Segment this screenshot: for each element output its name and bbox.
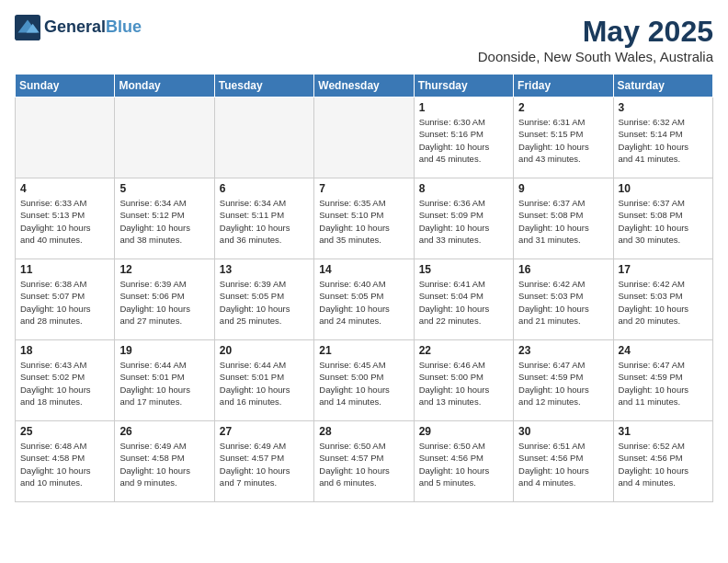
logo-text: GeneralBlue — [44, 18, 142, 37]
header-cell-tuesday: Tuesday — [214, 75, 313, 98]
day-number: 24 — [619, 344, 708, 357]
day-info: Sunrise: 6:47 AMSunset: 4:59 PMDaylight:… — [619, 359, 708, 408]
day-info: Sunrise: 6:49 AMSunset: 4:58 PMDaylight:… — [119, 440, 209, 488]
week-row-3: 11Sunrise: 6:38 AMSunset: 5:07 PMDayligh… — [16, 259, 713, 340]
day-info: Sunrise: 6:39 AMSunset: 5:06 PMDaylight:… — [119, 278, 209, 327]
day-number: 23 — [518, 344, 608, 357]
calendar-cell: 24Sunrise: 6:47 AMSunset: 4:59 PMDayligh… — [613, 340, 712, 421]
day-number: 8 — [419, 182, 508, 195]
calendar-cell: 4Sunrise: 6:33 AMSunset: 5:13 PMDaylight… — [16, 178, 115, 259]
calendar-cell: 7Sunrise: 6:35 AMSunset: 5:10 PMDaylight… — [314, 178, 414, 259]
calendar-cell: 18Sunrise: 6:43 AMSunset: 5:02 PMDayligh… — [16, 340, 115, 421]
calendar-cell: 23Sunrise: 6:47 AMSunset: 4:59 PMDayligh… — [514, 340, 613, 421]
calendar-cell: 21Sunrise: 6:45 AMSunset: 5:00 PMDayligh… — [314, 340, 414, 421]
week-row-5: 25Sunrise: 6:48 AMSunset: 4:58 PMDayligh… — [16, 421, 713, 502]
day-number: 3 — [619, 101, 708, 114]
day-number: 14 — [319, 263, 408, 276]
calendar-table: SundayMondayTuesdayWednesdayThursdayFrid… — [15, 74, 713, 502]
day-number: 12 — [119, 263, 209, 276]
calendar-cell: 29Sunrise: 6:50 AMSunset: 4:56 PMDayligh… — [414, 421, 513, 502]
day-info: Sunrise: 6:44 AMSunset: 5:01 PMDaylight:… — [220, 359, 309, 408]
calendar-cell: 22Sunrise: 6:46 AMSunset: 5:00 PMDayligh… — [414, 340, 513, 421]
calendar-subtitle: Doonside, New South Wales, Australia — [478, 49, 713, 64]
calendar-cell: 10Sunrise: 6:37 AMSunset: 5:08 PMDayligh… — [613, 178, 712, 259]
calendar-title: May 2025 — [478, 15, 713, 49]
header-cell-sunday: Sunday — [16, 75, 115, 98]
calendar-cell — [16, 98, 115, 178]
calendar-cell: 17Sunrise: 6:42 AMSunset: 5:03 PMDayligh… — [613, 259, 712, 340]
day-number: 5 — [119, 182, 209, 195]
day-info: Sunrise: 6:49 AMSunset: 4:57 PMDaylight:… — [220, 440, 309, 488]
week-row-4: 18Sunrise: 6:43 AMSunset: 5:02 PMDayligh… — [16, 340, 713, 421]
day-info: Sunrise: 6:33 AMSunset: 5:13 PMDaylight:… — [20, 197, 109, 246]
calendar-cell: 31Sunrise: 6:52 AMSunset: 4:56 PMDayligh… — [613, 421, 712, 502]
calendar-cell — [115, 98, 214, 178]
day-info: Sunrise: 6:50 AMSunset: 4:56 PMDaylight:… — [419, 440, 508, 488]
day-number: 17 — [619, 263, 708, 276]
day-number: 25 — [20, 425, 109, 438]
calendar-cell: 5Sunrise: 6:34 AMSunset: 5:12 PMDaylight… — [115, 178, 214, 259]
day-number: 19 — [119, 344, 209, 357]
calendar-cell: 6Sunrise: 6:34 AMSunset: 5:11 PMDaylight… — [214, 178, 313, 259]
calendar-cell: 16Sunrise: 6:42 AMSunset: 5:03 PMDayligh… — [514, 259, 613, 340]
day-info: Sunrise: 6:42 AMSunset: 5:03 PMDaylight:… — [518, 278, 608, 327]
day-info: Sunrise: 6:43 AMSunset: 5:02 PMDaylight:… — [20, 359, 109, 408]
day-info: Sunrise: 6:31 AMSunset: 5:15 PMDaylight:… — [518, 116, 608, 165]
title-block: May 2025 Doonside, New South Wales, Aust… — [478, 15, 713, 64]
day-info: Sunrise: 6:36 AMSunset: 5:09 PMDaylight:… — [419, 197, 508, 246]
day-number: 15 — [419, 263, 508, 276]
calendar-cell — [214, 98, 313, 178]
calendar-cell: 15Sunrise: 6:41 AMSunset: 5:04 PMDayligh… — [414, 259, 513, 340]
day-number: 13 — [220, 263, 309, 276]
day-info: Sunrise: 6:30 AMSunset: 5:16 PMDaylight:… — [419, 116, 508, 165]
calendar-cell: 14Sunrise: 6:40 AMSunset: 5:05 PMDayligh… — [314, 259, 414, 340]
logo-icon — [15, 15, 40, 40]
calendar-cell: 28Sunrise: 6:50 AMSunset: 4:57 PMDayligh… — [314, 421, 414, 502]
calendar-cell: 30Sunrise: 6:51 AMSunset: 4:56 PMDayligh… — [514, 421, 613, 502]
day-number: 22 — [419, 344, 508, 357]
day-number: 16 — [518, 263, 608, 276]
day-number: 21 — [319, 344, 408, 357]
day-number: 26 — [119, 425, 209, 438]
day-number: 29 — [419, 425, 508, 438]
day-info: Sunrise: 6:46 AMSunset: 5:00 PMDaylight:… — [419, 359, 508, 408]
calendar-cell: 1Sunrise: 6:30 AMSunset: 5:16 PMDaylight… — [414, 98, 513, 178]
header-cell-wednesday: Wednesday — [314, 75, 414, 98]
calendar-cell: 2Sunrise: 6:31 AMSunset: 5:15 PMDaylight… — [514, 98, 613, 178]
header-row: SundayMondayTuesdayWednesdayThursdayFrid… — [16, 75, 713, 98]
calendar-cell: 12Sunrise: 6:39 AMSunset: 5:06 PMDayligh… — [115, 259, 214, 340]
calendar-cell: 3Sunrise: 6:32 AMSunset: 5:14 PMDaylight… — [613, 98, 712, 178]
week-row-2: 4Sunrise: 6:33 AMSunset: 5:13 PMDaylight… — [16, 178, 713, 259]
day-info: Sunrise: 6:48 AMSunset: 4:58 PMDaylight:… — [20, 440, 109, 488]
day-number: 10 — [619, 182, 708, 195]
day-number: 2 — [518, 101, 608, 114]
calendar-cell: 19Sunrise: 6:44 AMSunset: 5:01 PMDayligh… — [115, 340, 214, 421]
calendar-cell: 11Sunrise: 6:38 AMSunset: 5:07 PMDayligh… — [16, 259, 115, 340]
day-info: Sunrise: 6:34 AMSunset: 5:12 PMDaylight:… — [119, 197, 209, 246]
day-info: Sunrise: 6:45 AMSunset: 5:00 PMDaylight:… — [319, 359, 408, 408]
calendar-cell — [314, 98, 414, 178]
day-number: 11 — [20, 263, 109, 276]
calendar-cell: 8Sunrise: 6:36 AMSunset: 5:09 PMDaylight… — [414, 178, 513, 259]
week-row-1: 1Sunrise: 6:30 AMSunset: 5:16 PMDaylight… — [16, 98, 713, 178]
calendar-cell: 9Sunrise: 6:37 AMSunset: 5:08 PMDaylight… — [514, 178, 613, 259]
day-info: Sunrise: 6:41 AMSunset: 5:04 PMDaylight:… — [419, 278, 508, 327]
header-cell-saturday: Saturday — [613, 75, 712, 98]
day-info: Sunrise: 6:51 AMSunset: 4:56 PMDaylight:… — [518, 440, 608, 488]
day-info: Sunrise: 6:39 AMSunset: 5:05 PMDaylight:… — [220, 278, 309, 327]
header-cell-thursday: Thursday — [414, 75, 513, 98]
day-number: 1 — [419, 101, 508, 114]
page-header: GeneralBlue May 2025 Doonside, New South… — [15, 15, 713, 64]
day-info: Sunrise: 6:44 AMSunset: 5:01 PMDaylight:… — [119, 359, 209, 408]
calendar-cell: 13Sunrise: 6:39 AMSunset: 5:05 PMDayligh… — [214, 259, 313, 340]
day-info: Sunrise: 6:35 AMSunset: 5:10 PMDaylight:… — [319, 197, 408, 246]
day-info: Sunrise: 6:38 AMSunset: 5:07 PMDaylight:… — [20, 278, 109, 327]
calendar-cell: 26Sunrise: 6:49 AMSunset: 4:58 PMDayligh… — [115, 421, 214, 502]
day-number: 31 — [619, 425, 708, 438]
day-number: 6 — [220, 182, 309, 195]
day-info: Sunrise: 6:42 AMSunset: 5:03 PMDaylight:… — [619, 278, 708, 327]
logo: GeneralBlue — [15, 15, 142, 40]
day-number: 9 — [518, 182, 608, 195]
day-number: 27 — [220, 425, 309, 438]
day-info: Sunrise: 6:37 AMSunset: 5:08 PMDaylight:… — [518, 197, 608, 246]
